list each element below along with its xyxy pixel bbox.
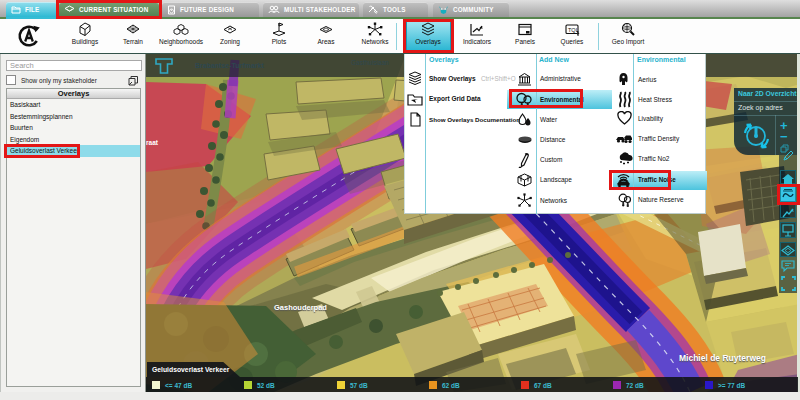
svg-text:Gashouderpad: Gashouderpad [274, 303, 327, 312]
svg-text:raat: raat [146, 139, 159, 146]
svg-text:Brabantse-Turfmarkt: Brabantse-Turfmarkt [195, 62, 264, 69]
svg-text:Gasthuislaan: Gasthuislaan [351, 59, 389, 66]
svg-text:Michiel de Ruyterweg: Michiel de Ruyterweg [679, 353, 766, 363]
